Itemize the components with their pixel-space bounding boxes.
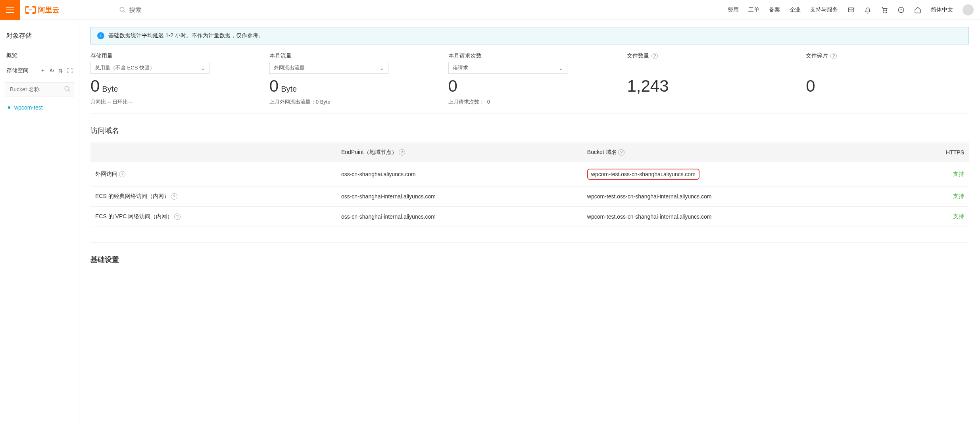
row-label: 外网访问 <box>95 171 117 177</box>
col-endpoint: EndPoint（地域节点） <box>341 149 397 155</box>
expand-icon[interactable]: ⛶ <box>67 67 73 74</box>
stat-fragments-value: 0 <box>806 78 969 94</box>
table-row: ECS 的经典网络访问（内网） ? oss-cn-shanghai-intern… <box>90 187 969 207</box>
stat-requests-value: 0 <box>448 78 611 94</box>
chevron-down-icon: ⌄ <box>201 65 205 71</box>
home-icon[interactable] <box>914 6 921 13</box>
help-icon[interactable]: ? <box>171 193 177 200</box>
stat-requests-select[interactable]: 读请求 ⌄ <box>448 62 567 74</box>
info-icon: i <box>97 32 104 39</box>
main-content: i 基础数据统计平均延迟 1-2 小时。不作为计量数据，仅作参考。 存储用量 总… <box>79 20 980 423</box>
sidebar: 对象存储 概览 存储空间 ＋ ↻ ⇅ ⛶ wpcom-test <box>0 20 79 423</box>
row-endpoint: oss-cn-shanghai-internal.aliyuncs.com <box>336 207 582 227</box>
info-banner-text: 基础数据统计平均延迟 1-2 小时。不作为计量数据，仅作参考。 <box>108 32 264 39</box>
basic-settings-title: 基础设置 <box>90 255 969 264</box>
stat-fragments: 文件碎片? 0 <box>806 52 969 106</box>
svg-line-5 <box>123 11 125 13</box>
stat-files-value: 1,243 <box>627 78 790 94</box>
help-icon[interactable]: ? <box>174 213 181 220</box>
row-https: 支持 <box>863 207 969 227</box>
global-search[interactable] <box>119 6 209 13</box>
bucket-domain: wpcom-test.oss-cn-shanghai-internal.aliy… <box>587 193 712 200</box>
sidebar-item-overview[interactable]: 概览 <box>0 48 79 63</box>
sort-icon[interactable]: ⇅ <box>58 67 63 74</box>
help-icon[interactable]: ? <box>618 149 625 156</box>
bucket-search <box>5 82 74 96</box>
sidebar-storage-space: 存储空间 ＋ ↻ ⇅ ⛶ <box>0 63 79 78</box>
global-search-input[interactable] <box>129 6 209 13</box>
svg-line-12 <box>68 90 70 92</box>
col-bucket: Bucket 域名 <box>587 149 617 155</box>
stat-traffic-value: 0Byte <box>269 78 432 94</box>
chevron-down-icon: ⌄ <box>380 65 384 71</box>
stat-storage-select[interactable]: 总用量（不含 ECS 快照） ⌄ <box>90 62 209 74</box>
stat-requests-label: 本月请求次数 <box>448 52 611 60</box>
chevron-down-icon: ⌄ <box>559 65 563 71</box>
domains-title: 访问域名 <box>90 126 969 135</box>
search-icon <box>119 6 126 13</box>
stat-storage-label: 存储用量 <box>90 52 254 60</box>
search-icon[interactable] <box>64 85 71 94</box>
help-icon[interactable]: ? <box>119 171 125 177</box>
cart-icon[interactable] <box>881 6 888 13</box>
help-icon[interactable]: ? <box>399 149 405 156</box>
logo[interactable]: 阿里云 <box>25 5 60 15</box>
stat-traffic-label: 本月流量 <box>269 52 432 60</box>
bucket-domain: wpcom-test.oss-cn-shanghai-internal.aliy… <box>587 213 712 220</box>
svg-rect-3 <box>29 10 32 10</box>
language-selector[interactable]: 简体中文 <box>931 6 953 13</box>
sidebar-service-title: 对象存储 <box>0 28 79 48</box>
alicloud-icon <box>25 6 36 14</box>
svg-rect-0 <box>6 7 14 8</box>
nav-ticket[interactable]: 工单 <box>748 6 759 13</box>
table-row: 外网访问 ? oss-cn-shanghai.aliyuncs.com wpco… <box>90 162 969 187</box>
svg-rect-1 <box>6 10 14 10</box>
stat-requests-sub: 上月请求次数： 0 <box>448 98 611 106</box>
svg-point-4 <box>120 7 124 12</box>
stat-files: 文件数量? 1,243 <box>627 52 790 106</box>
col-https: HTTPS <box>863 142 969 162</box>
row-https: 支持 <box>863 187 969 207</box>
stat-traffic: 本月流量 外网流出流量 ⌄ 0Byte 上月外网流出流量：0 Byte <box>269 52 432 106</box>
nav-icp[interactable]: 备案 <box>769 6 780 13</box>
table-row: ECS 的 VPC 网络访问（内网） ? oss-cn-shanghai-int… <box>90 207 969 227</box>
nav-billing[interactable]: 费用 <box>728 6 739 13</box>
row-label: ECS 的 VPC 网络访问（内网） <box>95 213 173 219</box>
avatar[interactable] <box>963 4 974 15</box>
add-bucket-icon[interactable]: ＋ <box>40 67 46 74</box>
stat-storage-sub: 月同比 -- 日环比 -- <box>90 98 254 106</box>
bell-icon[interactable] <box>864 6 871 13</box>
svg-point-7 <box>883 12 884 12</box>
menu-toggle-button[interactable] <box>0 0 20 20</box>
help-icon[interactable]: ? <box>830 53 837 59</box>
topbar: 阿里云 费用 工单 备案 企业 支持与服务 ? 简体中文 <box>0 0 980 20</box>
status-dot-icon <box>8 106 10 109</box>
sidebar-bucket-item[interactable]: wpcom-test <box>0 100 79 115</box>
nav-support[interactable]: 支持与服务 <box>810 6 838 13</box>
bucket-name: wpcom-test <box>14 104 43 111</box>
help-icon[interactable]: ? <box>897 6 905 13</box>
row-https: 支持 <box>863 162 969 187</box>
row-endpoint: oss-cn-shanghai-internal.aliyuncs.com <box>336 187 582 207</box>
sidebar-storage-label: 存储空间 <box>6 67 29 74</box>
logo-text: 阿里云 <box>38 5 60 15</box>
svg-text:?: ? <box>900 8 902 12</box>
info-banner: i 基础数据统计平均延迟 1-2 小时。不作为计量数据，仅作参考。 <box>90 27 969 44</box>
domain-table: EndPoint（地域节点） ? Bucket 域名 ? HTTPS 外网访问 … <box>90 142 969 227</box>
stat-fragments-label: 文件碎片? <box>806 52 969 60</box>
stat-storage: 存储用量 总用量（不含 ECS 快照） ⌄ 0Byte 月同比 -- 日环比 -… <box>90 52 254 106</box>
svg-point-11 <box>65 86 69 90</box>
message-icon[interactable] <box>847 6 855 13</box>
stats-row: 存储用量 总用量（不含 ECS 快照） ⌄ 0Byte 月同比 -- 日环比 -… <box>90 52 969 114</box>
svg-rect-2 <box>6 12 14 13</box>
stat-files-label: 文件数量? <box>627 52 790 60</box>
stat-traffic-sub: 上月外网流出流量：0 Byte <box>269 98 432 106</box>
help-icon[interactable]: ? <box>651 53 658 59</box>
stat-requests: 本月请求次数 读请求 ⌄ 0 上月请求次数： 0 <box>448 52 611 106</box>
row-label: ECS 的经典网络访问（内网） <box>95 193 169 199</box>
row-endpoint: oss-cn-shanghai.aliyuncs.com <box>336 162 582 187</box>
nav-enterprise[interactable]: 企业 <box>790 6 801 13</box>
top-nav: 费用 工单 备案 企业 支持与服务 ? 简体中文 <box>728 4 980 15</box>
stat-traffic-select[interactable]: 外网流出流量 ⌄ <box>269 62 388 74</box>
refresh-icon[interactable]: ↻ <box>50 67 54 74</box>
